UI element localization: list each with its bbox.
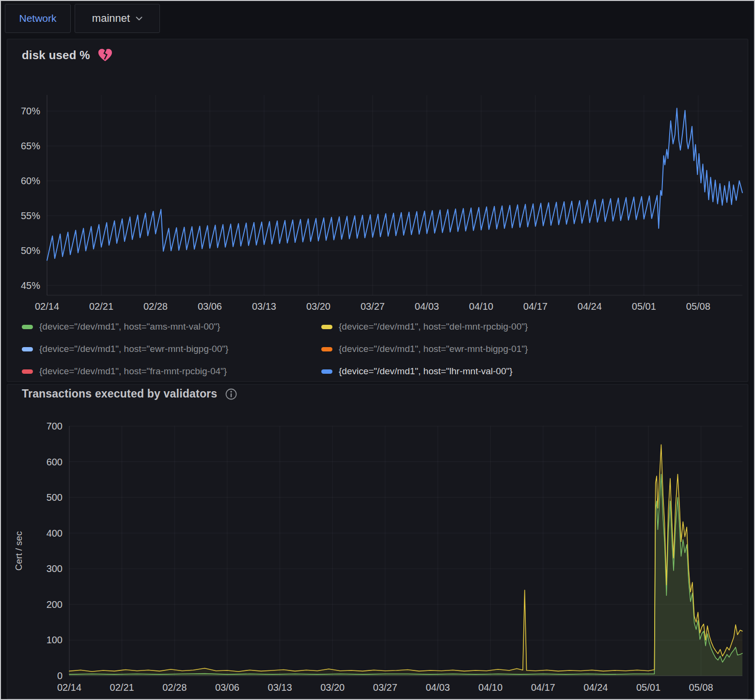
- svg-text:02/14: 02/14: [57, 682, 81, 693]
- svg-text:04/17: 04/17: [531, 682, 555, 693]
- svg-text:03/06: 03/06: [215, 682, 239, 693]
- series-swatch: [22, 347, 33, 351]
- svg-text:400: 400: [47, 528, 63, 539]
- svg-text:02/14: 02/14: [35, 301, 59, 312]
- svg-text:05/08: 05/08: [686, 301, 710, 312]
- svg-text:03/27: 03/27: [361, 301, 385, 312]
- panel-tx-header: Transactions executed by validators: [22, 387, 237, 400]
- svg-text:02/28: 02/28: [162, 682, 187, 693]
- svg-text:03/06: 03/06: [198, 301, 222, 312]
- svg-text:0: 0: [57, 670, 63, 681]
- transactions-chart[interactable]: 02/1402/2102/2803/0603/1303/2003/2704/03…: [7, 414, 748, 699]
- svg-text:600: 600: [47, 457, 63, 467]
- network-value-text: mainnet: [92, 12, 130, 25]
- dashboard-toolbar: Network mainnet: [0, 0, 755, 37]
- svg-text:60%: 60%: [21, 175, 40, 186]
- chevron-down-icon: [136, 16, 142, 21]
- svg-text:04/24: 04/24: [578, 301, 602, 312]
- svg-text:05/08: 05/08: [689, 682, 713, 693]
- info-icon[interactable]: [225, 388, 237, 400]
- svg-text:03/20: 03/20: [306, 301, 330, 312]
- svg-text:02/21: 02/21: [89, 301, 113, 312]
- svg-text:04/03: 04/03: [425, 682, 450, 693]
- legend-item[interactable]: {device="/dev/md1", host="fra-mnt-rpcbig…: [22, 366, 321, 377]
- series-label: {device="/dev/md1", host="ewr-mnt-bigpg-…: [339, 344, 528, 354]
- legend-item[interactable]: {device="/dev/md1", host="lhr-mnt-val-00…: [321, 366, 528, 377]
- svg-text:05/01: 05/01: [636, 682, 661, 693]
- svg-text:45%: 45%: [21, 280, 40, 291]
- series-swatch: [22, 325, 33, 329]
- network-variable-dropdown[interactable]: mainnet: [75, 4, 160, 33]
- panel-tx-title: Transactions executed by validators: [22, 387, 217, 400]
- series-label: {device="/dev/md1", host="del-mnt-rpcbig…: [339, 321, 528, 332]
- series-label: {device="/dev/md1", host="ams-mnt-val-00…: [39, 321, 220, 332]
- svg-text:200: 200: [47, 599, 63, 610]
- svg-text:04/10: 04/10: [478, 682, 503, 693]
- series-swatch: [321, 369, 332, 374]
- network-label-text: Network: [19, 13, 56, 24]
- series-label: {device="/dev/md1", host="ewr-mnt-bigpg-…: [39, 344, 228, 354]
- panel-disk-used: disk used % 02/1402/2102/2803/0603/1303/…: [7, 39, 748, 382]
- svg-text:Cert / sec: Cert / sec: [14, 531, 24, 571]
- svg-text:04/03: 04/03: [415, 301, 439, 312]
- series-label: {device="/dev/md1", host="lhr-mnt-val-00…: [339, 366, 513, 377]
- svg-text:02/21: 02/21: [110, 682, 134, 693]
- svg-text:03/20: 03/20: [320, 682, 345, 693]
- broken-heart-icon: [98, 48, 112, 62]
- svg-text:65%: 65%: [21, 141, 40, 151]
- panel-disk-header: disk used %: [22, 48, 112, 62]
- panel-disk-title: disk used %: [22, 48, 90, 62]
- series-swatch: [22, 369, 33, 374]
- disk-chart-legend: {device="/dev/md1", host="ams-mnt-val-00…: [22, 316, 528, 382]
- legend-item[interactable]: {device="/dev/md1", host="ewr-mnt-bigpg-…: [321, 344, 528, 354]
- svg-text:04/17: 04/17: [523, 301, 548, 312]
- svg-text:55%: 55%: [21, 210, 40, 221]
- grafana-dashboard: { "toolbar": { "network_label": "Network…: [0, 0, 755, 700]
- svg-text:03/13: 03/13: [268, 682, 292, 693]
- svg-text:50%: 50%: [21, 245, 40, 256]
- svg-text:05/01: 05/01: [632, 301, 656, 312]
- disk-used-chart[interactable]: 02/1402/2102/2803/0603/1303/2003/2704/03…: [7, 88, 748, 316]
- svg-text:04/10: 04/10: [469, 301, 493, 312]
- series-swatch: [321, 325, 332, 329]
- svg-text:300: 300: [47, 563, 63, 574]
- svg-text:70%: 70%: [21, 106, 40, 116]
- legend-item[interactable]: {device="/dev/md1", host="ams-mnt-val-00…: [22, 321, 321, 332]
- panel-transactions: Transactions executed by validators 02/1…: [7, 384, 748, 699]
- svg-text:02/28: 02/28: [143, 301, 168, 312]
- legend-item[interactable]: {device="/dev/md1", host="del-mnt-rpcbig…: [321, 321, 528, 332]
- svg-text:03/27: 03/27: [373, 682, 397, 693]
- svg-text:700: 700: [47, 421, 63, 431]
- series-label: {device="/dev/md1", host="fra-mnt-rpcbig…: [39, 366, 227, 377]
- svg-text:03/13: 03/13: [252, 301, 276, 312]
- series-swatch: [321, 347, 332, 351]
- svg-text:100: 100: [47, 635, 63, 645]
- network-variable-label[interactable]: Network: [5, 4, 71, 33]
- legend-item[interactable]: {device="/dev/md1", host="ewr-mnt-bigpg-…: [22, 344, 321, 354]
- svg-text:04/24: 04/24: [583, 682, 608, 693]
- svg-text:500: 500: [47, 492, 63, 503]
